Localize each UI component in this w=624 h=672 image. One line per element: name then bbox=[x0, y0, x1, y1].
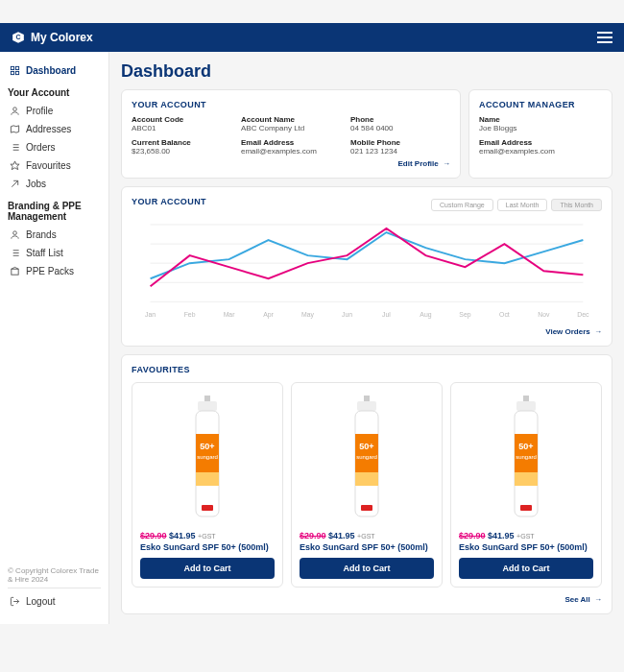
price-new: $41.95 bbox=[169, 531, 196, 540]
svg-rect-41 bbox=[196, 434, 219, 472]
sidebar-item-dashboard[interactable]: Dashboard bbox=[8, 61, 101, 80]
svg-rect-60 bbox=[515, 472, 538, 486]
price-new: $41.95 bbox=[328, 531, 355, 540]
sidebar-item-profile[interactable]: Profile bbox=[8, 102, 101, 120]
add-to-cart-button[interactable]: Add to Cart bbox=[300, 558, 434, 579]
svg-text:50+: 50+ bbox=[518, 442, 533, 451]
label: Mobile Phone bbox=[350, 138, 450, 147]
user-icon bbox=[10, 106, 20, 116]
svg-text:Aug: Aug bbox=[420, 311, 431, 319]
map-icon bbox=[10, 124, 20, 134]
svg-text:50+: 50+ bbox=[200, 442, 214, 451]
svg-rect-55 bbox=[516, 401, 536, 411]
svg-text:May: May bbox=[301, 311, 315, 319]
svg-rect-61 bbox=[520, 505, 532, 511]
product-name: Esko SunGard SPF 50+ (500ml) bbox=[459, 542, 593, 552]
svg-point-6 bbox=[13, 108, 17, 111]
tag-icon bbox=[10, 229, 20, 240]
price-new: $41.95 bbox=[488, 531, 515, 540]
sidebar-item-addresses[interactable]: Addresses bbox=[8, 120, 101, 138]
account-manager-card: ACCOUNT MANAGER Name Joe Bloggs Email Ad… bbox=[468, 89, 612, 179]
svg-text:C: C bbox=[15, 34, 20, 40]
svg-rect-4 bbox=[11, 71, 13, 74]
product-card: 50+ sungard $29.90 $41.95 +GST Esko SunG… bbox=[132, 382, 283, 588]
arrow-right-icon: → bbox=[443, 159, 450, 168]
list-icon bbox=[10, 248, 20, 258]
your-account-card: YOUR ACCOUNT Account CodeABC01 Account N… bbox=[121, 89, 461, 179]
svg-text:Jul: Jul bbox=[382, 311, 391, 318]
product-image: 50+ sungard bbox=[348, 396, 386, 520]
sidebar-item-jobs[interactable]: Jobs bbox=[8, 175, 101, 193]
range-buttons: Custom Range Last Month This Month bbox=[431, 199, 602, 211]
price-old: $29.90 bbox=[459, 531, 486, 540]
svg-text:Mar: Mar bbox=[224, 311, 236, 318]
range-lastmonth-button[interactable]: Last Month bbox=[497, 199, 548, 211]
svg-text:Oct: Oct bbox=[499, 311, 510, 318]
svg-line-14 bbox=[12, 180, 17, 186]
value: ABC Company Ltd bbox=[241, 124, 341, 132]
brand[interactable]: C My Colorex bbox=[12, 31, 93, 44]
product-card: 50+ sungard $29.90 $41.95 +GST Esko SunG… bbox=[450, 382, 602, 588]
logout-button[interactable]: Logout bbox=[8, 588, 101, 614]
card-heading: FAVOURITES bbox=[132, 365, 602, 374]
menu-icon[interactable] bbox=[597, 32, 612, 43]
sidebar-item-orders[interactable]: Orders bbox=[8, 138, 101, 156]
price-gst: +GST bbox=[357, 533, 374, 540]
price-gst: +GST bbox=[198, 533, 215, 540]
sidebar-item-brands[interactable]: Brands bbox=[8, 226, 101, 244]
view-orders-link[interactable]: View Orders → bbox=[132, 327, 602, 336]
chart: JanFebMarAprMayJunJulAugSepOctNovDec bbox=[132, 218, 602, 324]
card-heading: YOUR ACCOUNT bbox=[132, 197, 206, 206]
edit-profile-link[interactable]: Edit Profile → bbox=[132, 159, 450, 168]
copyright: © Copyright Colorex Trade & Hire 2024 bbox=[8, 563, 101, 588]
star-icon bbox=[10, 160, 20, 171]
arrow-right-icon: → bbox=[594, 327, 602, 336]
label: Current Balance bbox=[132, 138, 231, 147]
product-name: Esko SunGard SPF 50+ (500ml) bbox=[140, 542, 275, 552]
value: 021 123 1234 bbox=[350, 147, 450, 156]
svg-rect-39 bbox=[198, 401, 217, 411]
svg-text:Sep: Sep bbox=[459, 311, 470, 319]
add-to-cart-button[interactable]: Add to Cart bbox=[459, 558, 593, 579]
svg-text:sungard: sungard bbox=[197, 454, 218, 460]
card-heading: ACCOUNT MANAGER bbox=[479, 100, 602, 109]
svg-text:sungard: sungard bbox=[516, 454, 537, 460]
topbar: C My Colorex bbox=[0, 23, 624, 52]
favourites-card: FAVOURITES 50+ sungard $29.90 $41.95 +GS… bbox=[121, 354, 612, 614]
svg-rect-54 bbox=[523, 396, 529, 401]
svg-text:Apr: Apr bbox=[263, 311, 274, 319]
svg-rect-5 bbox=[15, 71, 18, 74]
price: $29.90 $41.95 +GST bbox=[300, 531, 434, 540]
svg-text:Dec: Dec bbox=[577, 311, 589, 318]
label: Email Address bbox=[479, 138, 602, 147]
range-custom-button[interactable]: Custom Range bbox=[431, 199, 493, 211]
add-to-cart-button[interactable]: Add to Cart bbox=[140, 558, 275, 579]
label: Name bbox=[479, 115, 602, 124]
svg-rect-19 bbox=[12, 269, 18, 275]
svg-text:Feb: Feb bbox=[184, 311, 196, 318]
logout-icon bbox=[10, 596, 20, 607]
product-image: 50+ sungard bbox=[507, 396, 545, 520]
price-gst: +GST bbox=[516, 533, 534, 540]
price: $29.90 $41.95 +GST bbox=[459, 531, 593, 540]
label: Account Code bbox=[132, 115, 231, 124]
svg-text:Jun: Jun bbox=[342, 311, 352, 318]
price-old: $29.90 bbox=[300, 531, 326, 540]
value: $23,658.00 bbox=[132, 147, 231, 156]
label: Email Address bbox=[241, 138, 341, 147]
sidebar-item-staff[interactable]: Staff List bbox=[8, 244, 101, 262]
brand-logo-icon: C bbox=[12, 31, 25, 44]
chart-card: YOUR ACCOUNT Custom Range Last Month Thi… bbox=[121, 186, 612, 347]
sidebar-item-ppe[interactable]: PPE Packs bbox=[8, 262, 101, 280]
svg-rect-3 bbox=[15, 66, 18, 69]
see-all-link[interactable]: See All → bbox=[132, 595, 602, 604]
svg-rect-38 bbox=[204, 396, 210, 401]
range-thismonth-button[interactable]: This Month bbox=[551, 199, 602, 211]
sidebar-item-favourites[interactable]: Favourites bbox=[8, 156, 101, 175]
package-icon bbox=[10, 266, 20, 276]
value: email@examples.com bbox=[479, 147, 602, 156]
svg-rect-57 bbox=[515, 434, 538, 472]
label: Phone bbox=[350, 115, 450, 124]
svg-text:50+: 50+ bbox=[359, 442, 373, 451]
page-title: Dashboard bbox=[121, 61, 612, 82]
